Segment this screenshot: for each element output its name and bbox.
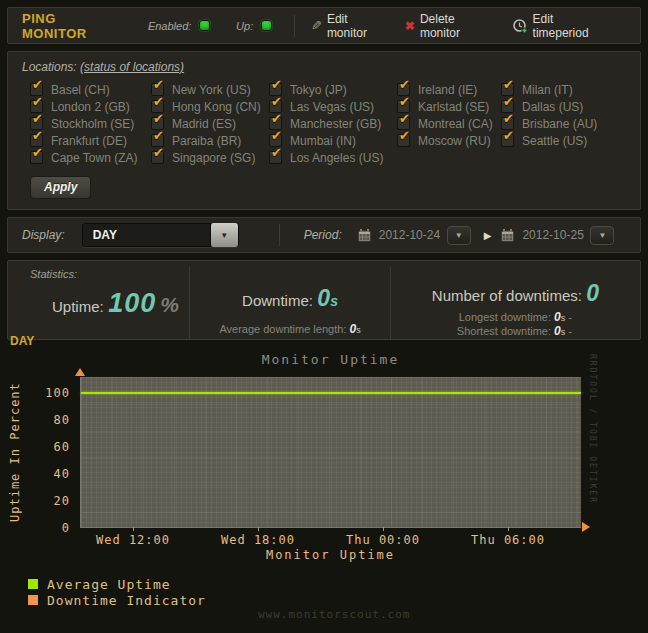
location-checkbox-item[interactable]: ✔ Singapore (SG) xyxy=(151,149,269,166)
location-checkbox-item[interactable]: ✔ Basel (CH) xyxy=(30,81,151,98)
average-uptime-line xyxy=(81,392,581,394)
location-checkbox[interactable]: ✔ xyxy=(151,151,164,164)
longest-downtime-unit: s xyxy=(561,313,566,323)
x-axis-ticks: Wed 12:00Wed 18:00Thu 00:00Thu 06:00 xyxy=(80,533,581,547)
check-icon: ✔ xyxy=(32,129,43,142)
period-to-date[interactable]: 2012-10-25 xyxy=(522,228,588,242)
delete-monitor-button[interactable]: ✖ Delete monitor xyxy=(405,12,496,40)
check-icon: ✔ xyxy=(399,78,410,91)
location-checkbox-item[interactable]: ✔ Tokyo (JP) xyxy=(269,81,397,98)
enabled-label: Enabled: xyxy=(148,20,191,32)
downtime-value: 0 xyxy=(317,285,330,311)
location-checkbox-item[interactable]: ✔ Montreal (CA) xyxy=(397,115,501,132)
downtime-unit: s xyxy=(330,293,338,309)
downtime-label: Downtime: xyxy=(242,292,313,309)
locations-header: Locations: (status of locations) xyxy=(22,60,626,74)
location-checkbox-item[interactable]: ✔ Seattle (US) xyxy=(501,132,597,149)
x-tick-label: Wed 12:00 xyxy=(96,533,170,547)
locations-column: ✔ Basel (CH) ✔ London 2 (GB) ✔ Stockholm… xyxy=(30,81,151,166)
display-select[interactable]: DAY ▼ xyxy=(82,223,239,247)
y-tick-label: 80 xyxy=(54,413,70,427)
edit-timeperiod-button[interactable]: Edit timeperiod xyxy=(512,12,610,40)
location-checkbox-item[interactable]: ✔ Madrid (ES) xyxy=(151,115,269,132)
location-checkbox-item[interactable]: ✔ London 2 (GB) xyxy=(30,98,151,115)
location-checkbox-item[interactable]: ✔ Milan (IT) xyxy=(501,81,597,98)
location-label: Brisbane (AU) xyxy=(522,117,597,131)
green-swatch-icon xyxy=(28,579,38,589)
select-dropdown-button[interactable]: ▼ xyxy=(210,223,238,247)
chart-day-heading: DAY xyxy=(10,334,34,348)
location-label: Seattle (US) xyxy=(522,134,587,148)
location-label: Hong Kong (CN) xyxy=(172,100,261,114)
check-icon: ✔ xyxy=(153,78,164,91)
location-label: Mumbai (IN) xyxy=(290,134,356,148)
enabled-status-led xyxy=(199,20,210,31)
location-label: Cape Town (ZA) xyxy=(51,151,137,165)
check-icon: ✔ xyxy=(503,95,514,108)
location-checkbox-item[interactable]: ✔ Dallas (US) xyxy=(501,98,597,115)
location-checkbox[interactable]: ✔ xyxy=(269,151,282,164)
downtime-stat: Downtime: 0s Average downtime length: 0s xyxy=(189,267,391,339)
location-checkbox[interactable]: ✔ xyxy=(397,134,410,147)
check-icon: ✔ xyxy=(32,112,43,125)
check-icon: ✔ xyxy=(399,129,410,142)
page-title: PING MONITOR xyxy=(22,11,122,41)
location-checkbox-item[interactable]: ✔ Hong Kong (CN) xyxy=(151,98,269,115)
x-tick-label: Thu 06:00 xyxy=(471,533,545,547)
location-checkbox[interactable]: ✔ xyxy=(30,151,43,164)
downtimes-count-stat: Number of downtimes: 0 Longest downtime:… xyxy=(391,267,640,339)
y-tick-label: 100 xyxy=(45,386,70,400)
legend-label: Average Uptime xyxy=(47,577,171,592)
location-checkbox-item[interactable]: ✔ Frankfurt (DE) xyxy=(30,132,151,149)
delete-monitor-label: Delete monitor xyxy=(420,12,496,40)
chevron-down-icon: ▼ xyxy=(598,231,606,240)
calendar-icon[interactable] xyxy=(357,228,372,243)
location-checkbox-item[interactable]: ✔ Stockholm (SE) xyxy=(30,115,151,132)
check-icon: ✔ xyxy=(271,129,282,142)
location-checkbox-item[interactable]: ✔ Cape Town (ZA) xyxy=(30,149,151,166)
locations-column: ✔ Milan (IT) ✔ Dallas (US) ✔ Brisbane (A… xyxy=(501,81,597,166)
downtimes-count-value: 0 xyxy=(586,280,599,306)
display-label: Display: xyxy=(22,228,65,242)
location-checkbox-item[interactable]: ✔ Paraiba (BR) xyxy=(151,132,269,149)
check-icon: ✔ xyxy=(271,112,282,125)
display-select-value: DAY xyxy=(83,228,117,242)
to-date-dropdown-button[interactable]: ▼ xyxy=(590,226,614,245)
location-checkbox-item[interactable]: ✔ Los Angeles (US) xyxy=(269,149,397,166)
location-checkbox-item[interactable]: ✔ Ireland (IE) xyxy=(397,81,501,98)
check-icon: ✔ xyxy=(399,95,410,108)
calendar-icon[interactable] xyxy=(500,228,515,243)
edit-monitor-button[interactable]: ✎ Edit monitor xyxy=(311,12,389,40)
location-checkbox-item[interactable]: ✔ Karlstad (SE) xyxy=(397,98,501,115)
y-tick-label: 20 xyxy=(54,494,70,508)
uptime-chart-section: DAY Monitor Uptime Uptime In Percent 100… xyxy=(0,332,648,633)
longest-downtime-value: 0 xyxy=(554,310,561,324)
location-checkbox-item[interactable]: ✔ Brisbane (AU) xyxy=(501,115,597,132)
location-label: Manchester (GB) xyxy=(290,117,381,131)
from-date-dropdown-button[interactable]: ▼ xyxy=(447,226,471,245)
location-checkbox-item[interactable]: ✔ Mumbai (IN) xyxy=(269,132,397,149)
chevron-down-icon: ▼ xyxy=(220,231,228,240)
clock-plus-icon xyxy=(512,18,528,34)
status-of-locations-link[interactable]: (status of locations) xyxy=(80,60,184,74)
check-icon: ✔ xyxy=(271,78,282,91)
location-checkbox-item[interactable]: ✔ New York (US) xyxy=(151,81,269,98)
chart-title: Monitor Uptime xyxy=(80,352,581,367)
apply-button[interactable]: Apply xyxy=(30,176,91,199)
uptime-label: Uptime: xyxy=(52,298,104,315)
check-icon: ✔ xyxy=(503,112,514,125)
location-checkbox-item[interactable]: ✔ Manchester (GB) xyxy=(269,115,397,132)
x-tick-label: Wed 18:00 xyxy=(221,533,295,547)
longest-downtime-extra: - xyxy=(568,311,572,323)
uptime-unit: % xyxy=(160,293,179,316)
period-from-date[interactable]: 2012-10-24 xyxy=(379,228,445,242)
location-checkbox-item[interactable]: ✔ Las Vegas (US) xyxy=(269,98,397,115)
location-checkbox-item[interactable]: ✔ Moscow (RU) xyxy=(397,132,501,149)
check-icon: ✔ xyxy=(153,129,164,142)
check-icon: ✔ xyxy=(32,95,43,108)
y-tick-label: 60 xyxy=(54,440,70,454)
check-icon: ✔ xyxy=(399,112,410,125)
location-label: Tokyo (JP) xyxy=(290,83,347,97)
edit-monitor-label: Edit monitor xyxy=(327,12,389,40)
location-checkbox[interactable]: ✔ xyxy=(501,134,514,147)
